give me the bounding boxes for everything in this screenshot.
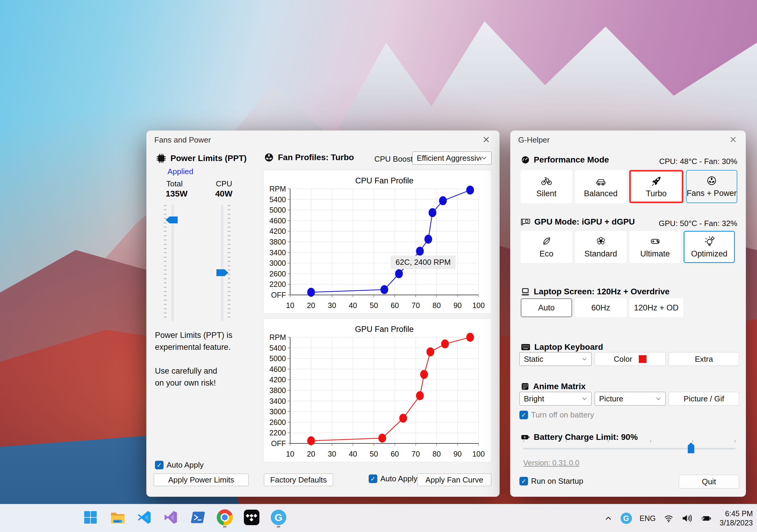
factory-defaults-button[interactable]: Factory Defaults	[264, 474, 333, 486]
cpu-temp-fan-status: CPU: 48°C - Fan: 30%	[659, 157, 737, 166]
balanced-mode-button[interactable]: Balanced	[575, 170, 626, 203]
laptop-keyboard-header: Laptop Keyboard	[521, 342, 603, 352]
slider-track[interactable]	[221, 205, 223, 322]
svg-text:40: 40	[348, 301, 357, 310]
cpu-power-slider[interactable]	[214, 205, 229, 322]
language-indicator[interactable]: ENG	[640, 514, 656, 523]
fans-window-titlebar[interactable]: Fans and Power	[147, 131, 500, 148]
svg-text:90: 90	[453, 301, 462, 310]
ghelper-taskbar-button[interactable]: G	[269, 507, 288, 528]
keyboard-extra-button[interactable]: Extra	[669, 352, 739, 366]
powershell-button[interactable]	[189, 507, 207, 528]
ghelper-tray-icon[interactable]: G	[621, 513, 632, 524]
total-value: 135W	[166, 189, 188, 199]
svg-text:OFF: OFF	[271, 439, 286, 448]
battery-charge-limit-slider[interactable]	[523, 440, 736, 455]
auto-apply-power-checkbox[interactable]: ✓ Auto Apply	[155, 461, 203, 470]
quit-button[interactable]: Quit	[679, 475, 739, 489]
keyboard-mode-select[interactable]: Static	[519, 352, 591, 366]
clock[interactable]: 6:45 PM 3/18/2023	[720, 509, 753, 527]
ghelper-window: G-Helper Performance Mode CPU: 48°C - Fa…	[510, 130, 746, 497]
anime-matrix-header: Anime Matrix	[521, 382, 586, 391]
close-icon[interactable]	[482, 135, 491, 144]
checkbox-checked[interactable]: ✓	[369, 474, 377, 483]
slider-ticks	[164, 205, 167, 321]
chrome-button[interactable]	[216, 507, 234, 528]
battery-charging-icon[interactable]	[700, 514, 712, 523]
laptop-screen-icon	[521, 287, 530, 296]
cpu-fan-curve-chart[interactable]: 62C, 2400 RPM RPM54005000460042003800340…	[263, 170, 491, 314]
tray-time: 6:45 PM	[720, 509, 753, 518]
battery-slider-handle[interactable]	[688, 442, 694, 453]
svg-text:70: 70	[411, 450, 420, 458]
svg-text:5000: 5000	[269, 206, 286, 214]
optimized-gpu-button[interactable]: Optimized	[683, 231, 735, 263]
file-explorer-button[interactable]	[108, 507, 127, 528]
svg-text:2200: 2200	[269, 280, 286, 288]
svg-text:5000: 5000	[269, 354, 286, 363]
auto-apply-fan-checkbox[interactable]: ✓ Auto Apply	[369, 474, 417, 483]
total-slider-handle[interactable]	[166, 216, 178, 223]
vscode-button[interactable]	[135, 507, 153, 528]
svg-text:40: 40	[348, 450, 357, 458]
cpu-boost-label: CPU Boost	[374, 154, 413, 164]
run-on-startup-checkbox[interactable]: ✓ Run on Startup	[519, 477, 583, 486]
bulb-gear-icon	[704, 236, 715, 247]
anime-picture-gif-button[interactable]: Picture / Gif	[669, 392, 739, 406]
checkbox-checked[interactable]: ✓	[519, 477, 528, 486]
taskbar-icons: G	[81, 507, 288, 528]
svg-text:100: 100	[472, 450, 485, 458]
rocket-icon	[651, 175, 662, 187]
power-limits-note: Power Limits (PPT) is experimental featu…	[155, 329, 232, 389]
svg-text:CPU Fan Profile: CPU Fan Profile	[355, 176, 413, 185]
screen-120hz-od-button[interactable]: 120Hz + OD	[629, 298, 683, 317]
start-button[interactable]	[81, 507, 100, 528]
gpu-card-icon	[521, 217, 531, 226]
apply-fan-curve-button[interactable]: Apply Fan Curve	[417, 474, 491, 486]
gpu-fan-curve-chart[interactable]: RPM540050004600420038003400300026002200O…	[263, 319, 491, 462]
screen-auto-button[interactable]: Auto	[521, 298, 572, 317]
anime-brightness-select[interactable]: Bright	[519, 392, 591, 406]
fans-and-power-window: Fans and Power Power Limits (PPT) Applie…	[146, 130, 500, 497]
chevron-up-icon[interactable]	[604, 514, 613, 523]
fans-power-button[interactable]: Fans + Power	[686, 170, 737, 203]
checkbox-checked[interactable]: ✓	[519, 411, 528, 419]
slider-track[interactable]	[523, 448, 736, 449]
svg-text:10: 10	[286, 301, 294, 310]
svg-text:50: 50	[370, 301, 378, 310]
laptop-screen-header: Laptop Screen: 120Hz + Overdrive	[521, 287, 670, 296]
turn-off-on-battery-checkbox[interactable]: ✓ Turn off on battery	[519, 410, 594, 420]
screen-60hz-button[interactable]: 60Hz	[575, 298, 626, 317]
anime-mode-select[interactable]: Picture	[594, 392, 666, 406]
ultimate-gpu-button[interactable]: Ultimate	[629, 231, 681, 263]
silent-mode-button[interactable]: Silent	[521, 170, 572, 203]
gpu-temp-fan-status: GPU: 50°C - Fan: 32%	[659, 219, 737, 228]
chevron-down-icon	[656, 397, 661, 401]
tidal-button[interactable]	[242, 507, 261, 528]
keyboard-color-button[interactable]: Color	[594, 352, 666, 366]
color-swatch	[639, 355, 647, 363]
version-link[interactable]: Version: 0.31.0.0	[523, 459, 579, 467]
svg-text:2600: 2600	[269, 418, 286, 427]
checkbox-checked[interactable]: ✓	[155, 461, 164, 469]
svg-text:2600: 2600	[269, 269, 286, 278]
close-icon[interactable]	[729, 135, 737, 144]
svg-text:10: 10	[286, 450, 294, 458]
ghelper-titlebar[interactable]: G-Helper	[510, 131, 746, 148]
ghelper-title: G-Helper	[518, 135, 550, 145]
turbo-mode-button[interactable]: Turbo	[629, 170, 683, 203]
visual-studio-button[interactable]	[162, 507, 180, 528]
apply-power-limits-button[interactable]: Apply Power Limits	[154, 474, 249, 486]
volume-icon[interactable]	[681, 514, 692, 523]
total-power-slider[interactable]	[164, 205, 179, 322]
cpu-boost-select[interactable]: Efficient Aggressive	[412, 152, 492, 165]
svg-text:RPM: RPM	[269, 333, 286, 342]
cpu-label: CPU	[216, 179, 232, 188]
wifi-icon[interactable]	[664, 514, 674, 523]
eco-gpu-button[interactable]: Eco	[521, 231, 572, 263]
bicycle-icon	[541, 175, 553, 187]
svg-text:4600: 4600	[269, 365, 286, 373]
cpu-slider-handle[interactable]	[216, 269, 228, 276]
svg-text:20: 20	[307, 301, 315, 310]
standard-gpu-button[interactable]: Standard	[575, 231, 626, 263]
